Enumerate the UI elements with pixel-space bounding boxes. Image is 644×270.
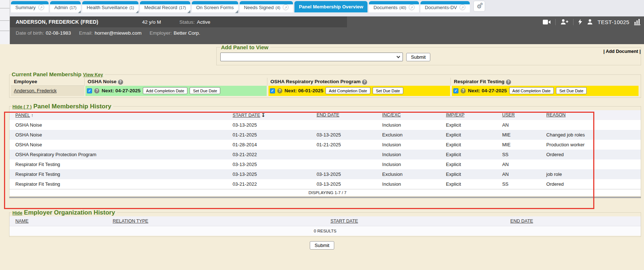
history-cell: Explicit: [444, 159, 500, 169]
tab-settings-button[interactable]: ⚙ ⚙: [473, 1, 485, 12]
column-sort-link[interactable]: END DATE: [317, 112, 339, 117]
column-sort-link[interactable]: REASON: [546, 112, 566, 117]
panel-checkbox[interactable]: ✓: [453, 88, 458, 93]
column-sort-link[interactable]: START DATE: [233, 113, 260, 118]
column-sort-link[interactable]: IMP/EXP: [446, 112, 465, 117]
employer-history-hide-link[interactable]: Hide: [12, 211, 22, 216]
patient-name: ANDERSON, FREDERICK (FRED): [16, 19, 98, 25]
history-cell: Inclusion: [380, 179, 444, 189]
history-cell: Exclusion: [380, 130, 444, 140]
gear-small-icon: ⚙: [480, 3, 483, 6]
patient-banner: ANDERSON, FREDERICK (FRED) 42 y/o M Stat…: [0, 16, 644, 44]
history-cell: 03-13-2025: [315, 130, 380, 140]
help-icon[interactable]: ?: [461, 88, 466, 93]
popout-icon[interactable]: ↗: [283, 4, 289, 10]
tab-on-screen-forms[interactable]: On Screen Forms: [192, 1, 238, 12]
panel-checkbox[interactable]: ✓: [270, 88, 275, 93]
employer-history-table: NAMERELATION TYPESTART DATEEND DATE 0 RE…: [9, 216, 641, 236]
panel-history-footer-row: DISPLAYING 1-7 / 7: [9, 189, 641, 196]
history-cell: Ordered: [544, 150, 641, 159]
help-icon[interactable]: ?: [362, 80, 367, 85]
panel-history-section: Hide ( 7 ) Panel Membership History PANE…: [9, 103, 641, 198]
set-due-date-button[interactable]: Set Due Date: [373, 87, 403, 94]
history-cell: Changed job roles: [544, 130, 641, 140]
tab-health-surveillance[interactable]: Health Surveillance(1): [82, 1, 138, 12]
patient-banner-row2: Date of birth: 02-08-1983 Email: horner@…: [0, 27, 644, 38]
panel-history-hide-link[interactable]: Hide ( 7 ): [12, 104, 32, 109]
status-label: Status:: [179, 19, 195, 25]
bottom-submit-button[interactable]: Submit: [310, 241, 334, 250]
add-completion-date-button[interactable]: Add Completion Date: [325, 87, 370, 94]
add-user-icon[interactable]: [560, 19, 568, 25]
panel-history-header-row: PANEL↑START DATE↧END DATEINC/EXCIMP/EXPU…: [9, 110, 641, 120]
history-cell: Exclusion: [380, 169, 444, 179]
video-camera-icon[interactable]: [543, 19, 550, 25]
help-icon[interactable]: ?: [118, 80, 123, 85]
email-label: Email:: [79, 30, 93, 36]
help-icon[interactable]: ?: [94, 88, 99, 93]
panel-select[interactable]: [221, 53, 403, 61]
add-completion-date-button[interactable]: Add Completion Date: [143, 87, 188, 94]
set-due-date-button[interactable]: Set Due Date: [190, 87, 220, 94]
add-completion-date-button[interactable]: Add Completion Date: [509, 87, 554, 94]
zero-results-text: 0 RESULTS: [9, 226, 641, 236]
set-due-date-button[interactable]: Set Due Date: [556, 87, 587, 94]
help-icon[interactable]: ?: [277, 88, 282, 93]
history-cell: Inclusion: [380, 140, 444, 150]
employee-name-link[interactable]: Anderson, Frederick: [14, 88, 57, 93]
tab-documents[interactable]: Documents(40)↗: [369, 1, 419, 12]
employer-label: Employer:: [149, 30, 172, 36]
banner-icon-group: TEST-10025: [543, 16, 640, 27]
tab-summary[interactable]: Summary↗: [11, 1, 49, 12]
popout-icon[interactable]: ↗: [460, 4, 465, 10]
view-key-link[interactable]: View Key: [83, 72, 103, 77]
column-sort-link[interactable]: END DATE: [510, 219, 533, 224]
history-cell: [315, 150, 380, 159]
chart-icon[interactable]: [634, 19, 640, 25]
column-sort-link[interactable]: INC/EXC: [382, 112, 401, 117]
dob-value: 02-08-1983: [46, 30, 71, 36]
column-sort-link[interactable]: USER: [502, 112, 515, 117]
add-panel-submit-button[interactable]: Submit: [406, 53, 430, 61]
history-cell: Respirator Fit Testing: [9, 169, 230, 179]
history-cell: 01-21-2025: [315, 140, 380, 150]
history-cell: Respirator Fit Testing: [9, 179, 230, 189]
history-column-header-imp-exp: IMP/EXP: [444, 110, 500, 120]
status-value: Active: [197, 19, 210, 25]
divider: [555, 19, 556, 25]
history-cell: OSHA Respiratory Protection Program: [9, 150, 230, 159]
history-cell: SS: [500, 150, 544, 159]
panel-checkbox[interactable]: ✓: [87, 88, 92, 93]
history-table-row: Respirator Fit Testing03-21-202203-13-20…: [9, 179, 641, 189]
history-cell: Explicit: [444, 150, 500, 159]
lightning-bolt-icon[interactable]: [578, 19, 582, 25]
popout-icon[interactable]: ↗: [409, 4, 415, 10]
help-icon[interactable]: ?: [506, 80, 511, 85]
history-table-row: Respirator Fit Testing03-13-202503-13-20…: [9, 169, 641, 179]
tab-documents-dv[interactable]: Documents-DV↗: [420, 1, 470, 12]
popout-icon[interactable]: ↗: [38, 4, 44, 10]
history-cell: 03-13-2025: [315, 169, 380, 179]
history-cell: Explicit: [444, 140, 500, 150]
tab-medical-record[interactable]: Medical Record(17): [140, 1, 190, 12]
column-sort-link[interactable]: PANEL: [15, 113, 30, 118]
dropdown-fold-icon: [78, 10, 81, 13]
history-cell: Inclusion: [380, 120, 444, 130]
column-sort-link[interactable]: NAME: [15, 219, 28, 224]
user-icon[interactable]: [587, 19, 593, 25]
column-sort-link[interactable]: RELATION TYPE: [113, 219, 148, 224]
history-cell: 01-28-2014: [230, 140, 315, 150]
column-sort-link[interactable]: START DATE: [331, 219, 358, 224]
employer-column-header-end-date: END DATE: [508, 216, 641, 226]
history-cell: Explicit: [444, 169, 500, 179]
history-cell: [315, 120, 380, 130]
tab-label: Documents-DV: [425, 5, 457, 10]
tab-needs-signed[interactable]: Needs Signed(4)↗: [240, 1, 293, 12]
tab-panel-membership-overview[interactable]: Panel Membership Overview: [294, 1, 367, 12]
add-panel-title: Add Panel to View: [220, 44, 270, 50]
tab-admin[interactable]: Admin(17): [50, 1, 81, 12]
patient-banner-row3: [0, 38, 644, 44]
add-document-link[interactable]: | Add Document |: [603, 49, 641, 54]
history-table-row: OSHA Noise03-13-2025InclusionExplicitAN: [9, 120, 641, 130]
patient-banner-row1: ANDERSON, FREDERICK (FRED) 42 y/o M Stat…: [0, 16, 644, 27]
